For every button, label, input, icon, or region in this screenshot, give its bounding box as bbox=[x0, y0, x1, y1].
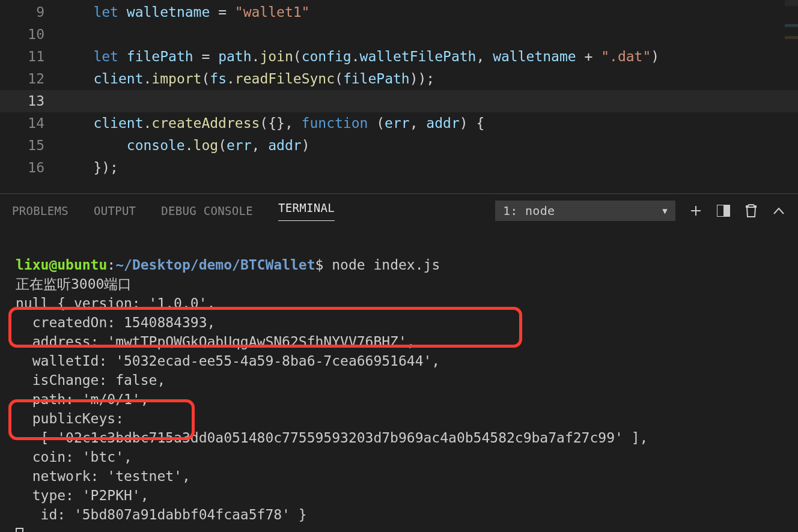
bottom-panel: PROBLEMS OUTPUT DEBUG CONSOLE TERMINAL 1… bbox=[0, 193, 798, 532]
terminal-cursor bbox=[16, 528, 23, 532]
code-line[interactable]: 15 console.log(err, addr) bbox=[0, 135, 798, 157]
code-line[interactable]: 11 let filePath = path.join(config.walle… bbox=[0, 46, 798, 68]
chevron-down-icon: ▼ bbox=[662, 206, 668, 216]
terminal-line: type: 'P2PKH', bbox=[16, 488, 149, 503]
code-content[interactable]: client.import(fs.readFileSync(filePath))… bbox=[60, 68, 798, 90]
split-terminal-button[interactable] bbox=[716, 204, 731, 218]
prompt-sep: : bbox=[107, 257, 115, 273]
svg-rect-1 bbox=[723, 205, 730, 217]
terminal-line: network: 'testnet', bbox=[16, 468, 190, 484]
terminal-line: walletId: '5032ecad-ee55-4a59-8ba6-7cea6… bbox=[16, 353, 440, 369]
code-content[interactable]: let filePath = path.join(config.walletFi… bbox=[60, 46, 798, 68]
trash-icon bbox=[746, 204, 757, 217]
terminal-command: node index.js bbox=[323, 257, 440, 273]
terminal-line: null { version: '1.0.0', bbox=[16, 295, 215, 311]
chevron-up-button[interactable] bbox=[772, 204, 786, 218]
terminal-line: isChange: false, bbox=[16, 372, 165, 388]
terminal-line: [ '02c1c3bdbc715a3dd0a051480c77559593203… bbox=[16, 430, 648, 446]
line-number: 11 bbox=[0, 46, 60, 68]
panel-tabs: PROBLEMS OUTPUT DEBUG CONSOLE TERMINAL 1… bbox=[0, 194, 798, 228]
code-editor[interactable]: 9 let walletname = "wallet1"1011 let fil… bbox=[0, 0, 798, 179]
code-line[interactable]: 12 client.import(fs.readFileSync(filePat… bbox=[0, 68, 798, 90]
code-line[interactable]: 10 bbox=[0, 23, 798, 46]
prompt-user: lixu@ubuntu bbox=[16, 257, 107, 273]
minimap[interactable] bbox=[785, 0, 798, 192]
line-number: 15 bbox=[0, 135, 60, 157]
terminal-select-label: 1: node bbox=[503, 204, 555, 218]
line-number: 16 bbox=[0, 157, 60, 179]
code-content[interactable]: console.log(err, addr) bbox=[60, 135, 798, 157]
code-content[interactable] bbox=[60, 90, 798, 112]
code-line[interactable]: 13 bbox=[0, 90, 798, 112]
kill-terminal-button[interactable] bbox=[744, 204, 758, 218]
prompt-path: ~/Desktop/demo/BTCWallet bbox=[115, 257, 315, 273]
tab-debug-console[interactable]: DEBUG CONSOLE bbox=[161, 204, 253, 217]
line-number: 9 bbox=[0, 1, 60, 23]
line-number: 13 bbox=[0, 90, 60, 112]
plus-icon bbox=[690, 205, 702, 217]
tab-terminal[interactable]: TERMINAL bbox=[278, 201, 335, 221]
code-content[interactable] bbox=[60, 23, 798, 46]
code-content[interactable]: }); bbox=[60, 157, 798, 179]
split-icon bbox=[717, 205, 730, 217]
code-content[interactable]: let walletname = "wallet1" bbox=[60, 1, 798, 23]
terminal-line: path: 'm/0/1', bbox=[16, 391, 149, 407]
terminal-output[interactable]: lixu@ubuntu:~/Desktop/demo/BTCWallet$ no… bbox=[0, 228, 798, 532]
chevron-up-icon bbox=[773, 207, 785, 215]
terminal-line: address: 'mwtTPpQWGkQabUqgAwSN62SfhNYVV7… bbox=[16, 334, 415, 349]
code-content[interactable]: client.createAddress({}, function (err, … bbox=[60, 112, 798, 135]
terminal-select[interactable]: 1: node ▼ bbox=[495, 201, 675, 221]
tab-problems[interactable]: PROBLEMS bbox=[12, 204, 69, 217]
terminal-line: createdOn: 1540884393, bbox=[16, 315, 215, 330]
new-terminal-button[interactable] bbox=[689, 204, 703, 218]
code-line[interactable]: 9 let walletname = "wallet1" bbox=[0, 1, 798, 23]
code-line[interactable]: 14 client.createAddress({}, function (er… bbox=[0, 112, 798, 135]
prompt-end: $ bbox=[315, 257, 324, 273]
terminal-line: id: '5bd807a91dabbf04fcaa5f78' } bbox=[16, 507, 307, 522]
code-line[interactable]: 16 }); bbox=[0, 157, 798, 179]
terminal-line: coin: 'btc', bbox=[16, 449, 132, 465]
terminal-line: 正在监听3000端口 bbox=[16, 276, 132, 292]
line-number: 14 bbox=[0, 112, 60, 135]
tab-output[interactable]: OUTPUT bbox=[94, 204, 136, 217]
line-number: 12 bbox=[0, 68, 60, 90]
terminal-line: publicKeys: bbox=[16, 411, 124, 426]
line-number: 10 bbox=[0, 23, 60, 46]
